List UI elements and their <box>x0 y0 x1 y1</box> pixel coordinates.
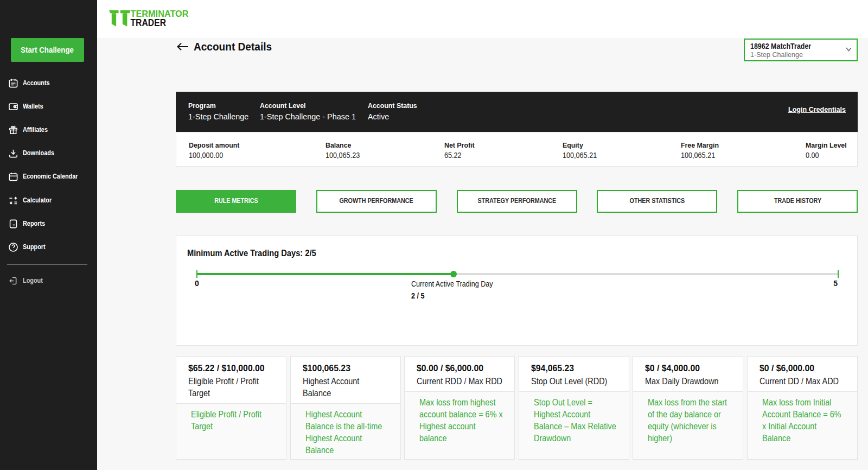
svg-text:TRADER: TRADER <box>131 17 167 28</box>
